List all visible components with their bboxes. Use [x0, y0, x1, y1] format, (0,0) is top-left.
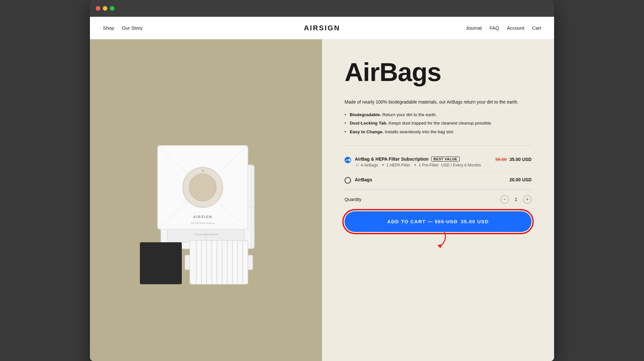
feature-dust-locking: Dust-Locking Tab. Keeps dust trapped for…	[345, 119, 532, 127]
option-subscription[interactable]: AirBag & HEPA Filter Subscription BEST V…	[345, 152, 532, 172]
option-airbags-price: 20.00 USD	[510, 177, 532, 183]
svg-rect-34	[185, 255, 190, 270]
quantity-increase-button[interactable]: +	[523, 195, 532, 204]
price-current: 35.00 USD	[510, 157, 532, 162]
option-name-row: AirBag & HEPA Filter Subscription BEST V…	[355, 156, 492, 162]
close-button[interactable]	[96, 6, 100, 11]
radio-airbags-only[interactable]	[345, 177, 351, 184]
arrow-svg	[422, 231, 454, 250]
product-image-panel: AIRSIGN Pull tab before disposal AIRSIGN…	[90, 39, 322, 361]
product-features: Biodegradable. Return your dirt to the e…	[345, 111, 532, 136]
svg-marker-36	[437, 244, 442, 248]
option-subscription-details: AirBag & HEPA Filter Subscription BEST V…	[355, 156, 492, 167]
nav-link-our-story[interactable]: Our Story	[122, 25, 142, 31]
price-only: 20.00 USD	[510, 177, 532, 182]
radio-subscription[interactable]	[345, 157, 351, 163]
nav-right: Journal FAQ Account Cart	[466, 25, 541, 31]
main-layout: AIRSIGN Pull tab before disposal AIRSIGN…	[90, 39, 554, 361]
browser-window: Shop Our Story AIRSIGN Journal FAQ Accou…	[90, 0, 554, 361]
nav-link-shop[interactable]: Shop	[103, 25, 114, 31]
product-title: AirBags	[345, 59, 532, 86]
quantity-row: Quantity − 1 +	[345, 190, 532, 209]
feature-easy-change: Easy to Change. Installs seamlessly into…	[345, 128, 532, 136]
add-to-cart-price: 35.00 USD	[461, 219, 489, 224]
sub-item-hepa: ✦ 1 HEPA Filter	[381, 163, 410, 167]
option-airbags-name: AirBags	[355, 177, 372, 182]
nav-link-cart[interactable]: Cart	[532, 25, 541, 31]
add-to-cart-button[interactable]: ADD TO CART — $55 USD 35.00 USD	[345, 211, 532, 232]
navigation: Shop Our Story AIRSIGN Journal FAQ Accou…	[90, 17, 554, 39]
nav-link-journal[interactable]: Journal	[466, 25, 482, 31]
currency-period: USD / Every 6 Months	[441, 163, 481, 167]
options-divider	[345, 145, 532, 145]
svg-text:∧: ∧	[201, 168, 204, 173]
arrow-annotation	[422, 231, 454, 251]
prefilter-icon: ✦	[413, 163, 417, 167]
svg-rect-22	[140, 242, 182, 284]
best-value-badge: BEST VALUE	[431, 156, 460, 162]
product-image-area: AIRSIGN Pull tab before disposal AIRSIGN…	[90, 39, 322, 361]
svg-rect-35	[248, 255, 253, 270]
nav-left: Shop Our Story	[103, 25, 142, 31]
bag-icon: ☐	[355, 163, 359, 167]
nav-link-faq[interactable]: FAQ	[489, 25, 499, 31]
quantity-controls: − 1 +	[501, 195, 532, 204]
add-to-cart-label: ADD TO CART —	[387, 219, 433, 224]
option-subscription-name: AirBag & HEPA Filter Subscription	[355, 156, 429, 162]
sub-item-bags: ☐ 4 AirBags	[355, 163, 378, 167]
svg-text:Pull tab before disposal: Pull tab before disposal	[191, 222, 215, 225]
nav-link-account[interactable]: Account	[507, 25, 524, 31]
option-subscription-price: 55.00 35.00 USD	[495, 156, 532, 162]
feature-biodegradable: Biodegradable. Return your dirt to the e…	[345, 111, 532, 119]
product-info-panel: AirBags Made of nearly 100% biodegradabl…	[322, 39, 554, 361]
price-original: 55.00	[495, 157, 507, 162]
option-airbags-only[interactable]: AirBags 20.00 USD	[345, 172, 532, 188]
brand-logo: AIRSIGN	[304, 24, 340, 32]
svg-point-18	[189, 174, 216, 201]
product-illustration: AIRSIGN Pull tab before disposal AIRSIGN…	[122, 107, 290, 294]
sub-item-prefilter: ✦ 1 Pre-Filter	[413, 163, 439, 167]
svg-text:Pull tab before disposal: Pull tab before disposal	[194, 233, 218, 236]
option-sub-details: ☐ 4 AirBags ✦ 1 HEPA Filter ✦ 1 Pre-Filt…	[355, 163, 492, 167]
check-icon	[345, 158, 348, 162]
minimize-button[interactable]	[103, 6, 107, 11]
quantity-label: Quantity	[345, 197, 361, 202]
hepa-icon: ✦	[381, 163, 385, 167]
add-to-cart-wrapper: ADD TO CART — $55 USD 35.00 USD	[345, 211, 532, 232]
add-to-cart-original-price: $55 USD	[435, 219, 458, 224]
maximize-button[interactable]	[110, 6, 114, 11]
svg-rect-23	[190, 241, 248, 284]
browser-chrome	[90, 0, 554, 17]
quantity-value: 1	[513, 196, 519, 202]
nav-center: AIRSIGN	[304, 24, 340, 32]
svg-text:AIRSIGN: AIRSIGN	[193, 215, 212, 219]
product-description: Made of nearly 100% biodegradable materi…	[345, 99, 532, 105]
page-content: Shop Our Story AIRSIGN Journal FAQ Accou…	[90, 17, 554, 361]
option-airbags-details: AirBags	[355, 177, 506, 183]
quantity-decrease-button[interactable]: −	[501, 195, 509, 204]
